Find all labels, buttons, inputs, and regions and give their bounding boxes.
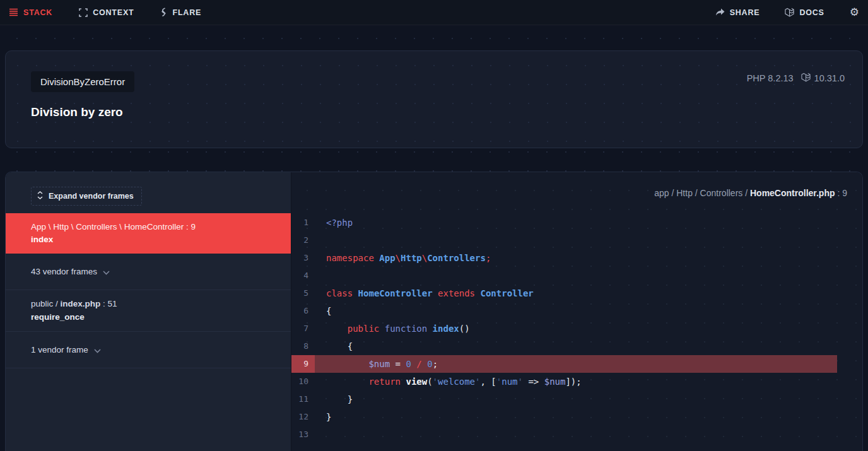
- code-line: 6{: [291, 302, 862, 320]
- line-content: }: [326, 408, 331, 426]
- stack-trace-card: Expand vendor frames App \ Http \ Contro…: [5, 172, 863, 451]
- line-content: {: [326, 337, 353, 355]
- line-content: {: [326, 302, 331, 320]
- code-lines: 1<?php23namespace App\Http\Controllers;4…: [291, 214, 862, 443]
- vendor-frames-label: 43 vendor frames: [31, 267, 97, 276]
- vendor-frame-label: 1 vendor frame: [31, 345, 88, 354]
- line-number: 12: [291, 408, 315, 426]
- php-version: PHP 8.2.13: [747, 73, 794, 83]
- unfold-vertical-icon: [37, 191, 43, 201]
- expand-vendor-frames-button[interactable]: Expand vendor frames: [31, 187, 142, 206]
- stack-frame-active[interactable]: App \ Http \ Controllers \ HomeControlle…: [6, 213, 291, 254]
- version-info: PHP 8.2.13 10.31.0: [747, 73, 845, 84]
- code-line: 4: [291, 267, 862, 284]
- code-line: 3namespace App\Http\Controllers;: [291, 249, 862, 267]
- error-message: Division by zero: [31, 105, 845, 119]
- line-number: 10: [291, 373, 315, 390]
- line-number: 13: [291, 426, 315, 443]
- code-panel: app / Http / Controllers / HomeControlle…: [291, 172, 862, 451]
- line-content: $num = 0 / 0;: [326, 355, 438, 373]
- tab-flare-label: FLARE: [172, 8, 201, 17]
- line-number: 5: [291, 284, 315, 302]
- line-number: 8: [291, 337, 315, 355]
- vendor-frame-group-collapsed-2[interactable]: 1 vendor frame: [6, 332, 291, 368]
- line-number: 4: [291, 267, 315, 284]
- stack-frames-panel: Expand vendor frames App \ Http \ Contro…: [6, 172, 291, 451]
- code-line: 11 }: [291, 390, 862, 408]
- line-number: 1: [291, 214, 315, 231]
- code-line: 12}: [291, 408, 862, 426]
- line-number: 6: [291, 302, 315, 320]
- line-content: }: [326, 390, 353, 408]
- framework-version: 10.31.0: [801, 73, 845, 84]
- frames-header: Expand vendor frames: [6, 172, 291, 213]
- error-card: DivisionByZeroError Division by zero PHP…: [5, 50, 863, 148]
- code-line: 13: [291, 426, 862, 443]
- line-content: return view('welcome', ['num' => $num]);: [326, 373, 582, 390]
- line-number: 3: [291, 249, 315, 267]
- code-line-highlighted: 9 $num = 0 / 0;: [291, 355, 837, 373]
- share-button[interactable]: SHARE: [715, 8, 760, 17]
- stack-lines-icon: [9, 8, 18, 16]
- file-breadcrumb[interactable]: app / Http / Controllers / HomeControlle…: [291, 172, 862, 214]
- line-number: 9: [291, 355, 315, 373]
- settings-gear-icon[interactable]: ⚙: [850, 7, 859, 18]
- code-line: 2: [291, 231, 862, 249]
- share-label: SHARE: [730, 8, 760, 17]
- laravel-logo-icon: [785, 8, 794, 17]
- context-scan-icon: [79, 8, 88, 17]
- tab-context-label: CONTEXT: [93, 8, 134, 17]
- code-line: 10 return view('welcome', ['num' => $num…: [291, 373, 862, 390]
- nav-tabs: STACK CONTEXT FLARE: [9, 8, 201, 17]
- tab-stack[interactable]: STACK: [9, 8, 52, 17]
- tab-stack-label: STACK: [23, 8, 52, 17]
- line-content: <?php: [326, 214, 353, 231]
- chevron-down-icon: [103, 267, 110, 277]
- share-arrow-icon: [715, 8, 725, 16]
- code-line: 1<?php: [291, 214, 862, 231]
- chevron-down-icon: [94, 346, 101, 355]
- stack-frame-index-php[interactable]: public / index.php : 51 require_once: [6, 290, 291, 332]
- exception-class-badge: DivisionByZeroError: [31, 71, 134, 92]
- docs-label: DOCS: [799, 8, 824, 17]
- line-content: namespace App\Http\Controllers;: [326, 249, 491, 267]
- docs-button[interactable]: DOCS: [785, 8, 824, 17]
- framework-version-number: 10.31.0: [814, 73, 845, 83]
- frame-path: public / index.php : 51: [31, 299, 278, 308]
- laravel-version-icon: [801, 73, 811, 84]
- top-nav: STACK CONTEXT FLARE: [0, 0, 868, 25]
- tab-context[interactable]: CONTEXT: [79, 8, 134, 17]
- line-number: 2: [291, 231, 315, 249]
- nav-actions: SHARE DOCS ⚙: [715, 7, 859, 18]
- tab-flare[interactable]: FLARE: [160, 8, 201, 17]
- code-line: 8 {: [291, 337, 862, 355]
- frame-path: App \ Http \ Controllers \ HomeControlle…: [31, 222, 278, 231]
- frame-method: require_once: [31, 312, 278, 322]
- code-line: 5class HomeController extends Controller: [291, 284, 862, 302]
- expand-vendor-frames-label: Expand vendor frames: [49, 192, 134, 201]
- line-content: class HomeController extends Controller: [326, 284, 534, 302]
- frame-method: index: [31, 235, 278, 244]
- line-number: 7: [291, 320, 315, 337]
- code-line: 7 public function index(): [291, 320, 862, 337]
- vendor-frames-group-collapsed[interactable]: 43 vendor frames: [6, 254, 291, 290]
- line-number: 11: [291, 390, 315, 408]
- line-content: public function index(): [326, 320, 470, 337]
- flare-icon: [160, 8, 167, 17]
